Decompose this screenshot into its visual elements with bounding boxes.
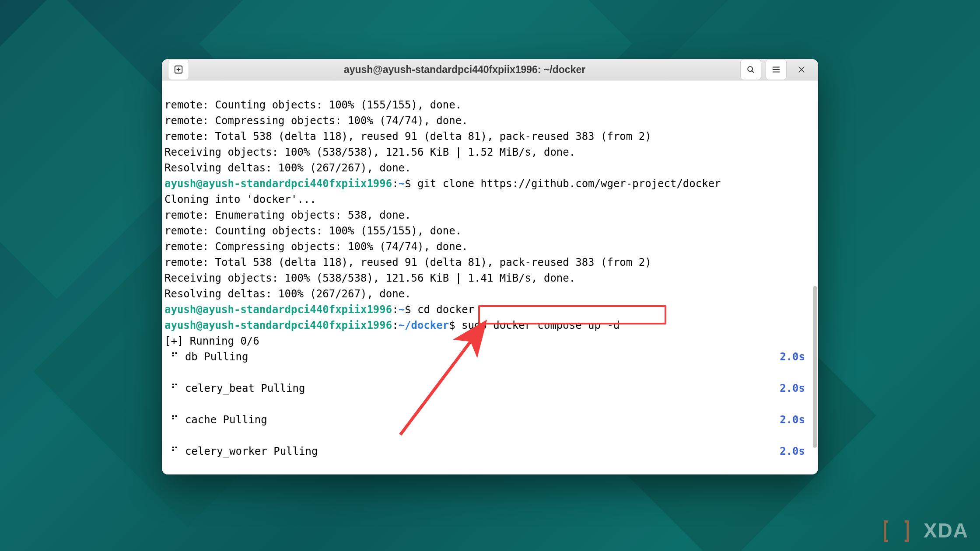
pull-time: 2.0s bbox=[780, 412, 809, 428]
output-line: remote: Compressing objects: 100% (74/74… bbox=[164, 241, 468, 253]
output-line: remote: Counting objects: 100% (155/155)… bbox=[164, 225, 462, 237]
pull-time: 2.0s bbox=[780, 380, 809, 396]
prompt-colon: : bbox=[392, 319, 398, 331]
pull-time: 2.0s bbox=[780, 349, 809, 365]
pull-label: ⠋ db Pulling bbox=[164, 349, 248, 365]
pull-row: ⠋ celery_beat Pulling2.0s bbox=[164, 380, 809, 396]
new-tab-button[interactable] bbox=[168, 59, 189, 80]
output-line: remote: Compressing objects: 100% (74/74… bbox=[164, 115, 468, 127]
watermark-text: XDA bbox=[924, 519, 969, 542]
output-line: [+] Running 0/6 bbox=[164, 335, 259, 347]
prompt-user: ayush@ayush-standardpci440fxpiix1996 bbox=[164, 303, 392, 316]
pull-row: ⠋ celery_worker Pulling2.0s bbox=[164, 443, 809, 459]
search-icon bbox=[746, 65, 756, 74]
scrollbar-thumb[interactable] bbox=[813, 286, 817, 448]
pull-time: 2.0s bbox=[780, 443, 809, 459]
prompt-dollar: $ bbox=[405, 178, 411, 190]
output-line: Receiving objects: 100% (538/538), 121.5… bbox=[164, 272, 575, 284]
typed-command: sudo docker compose up -d bbox=[455, 319, 620, 331]
watermark-bracket-icon: [ ] bbox=[880, 522, 913, 539]
prompt-user: ayush@ayush-standardpci440fxpiix1996 bbox=[164, 178, 392, 190]
terminal-window: ayush@ayush-standardpci440fxpiix1996: ~/… bbox=[162, 59, 818, 474]
prompt-path: ~/docker bbox=[399, 319, 449, 331]
output-line: remote: Counting objects: 100% (155/155)… bbox=[164, 99, 462, 111]
plus-box-icon bbox=[174, 65, 183, 74]
close-button[interactable] bbox=[791, 59, 812, 80]
pull-label: ⠋ celery_worker Pulling bbox=[164, 443, 318, 459]
titlebar: ayush@ayush-standardpci440fxpiix1996: ~/… bbox=[162, 59, 818, 80]
prompt-dollar: $ bbox=[405, 303, 411, 316]
pull-row: ⠋ db Pulling2.0s bbox=[164, 349, 809, 365]
prompt-dollar: $ bbox=[449, 319, 455, 331]
typed-command: cd docker bbox=[411, 303, 475, 316]
watermark: [ ] XDA bbox=[873, 519, 969, 542]
terminal-output[interactable]: remote: Counting objects: 100% (155/155)… bbox=[162, 80, 812, 474]
pull-label: ⠋ celery_beat Pulling bbox=[164, 380, 305, 396]
typed-command: git clone https://github.com/wger-projec… bbox=[411, 178, 721, 190]
pull-row: ⠋ cache Pulling2.0s bbox=[164, 412, 809, 428]
output-line: Receiving objects: 100% (538/538), 121.5… bbox=[164, 146, 575, 158]
scrollbar[interactable] bbox=[812, 80, 818, 474]
close-icon bbox=[797, 65, 806, 74]
terminal-body-wrap: remote: Counting objects: 100% (155/155)… bbox=[162, 80, 818, 474]
output-line: Resolving deltas: 100% (267/267), done. bbox=[164, 288, 411, 300]
prompt-colon: : bbox=[392, 303, 398, 316]
prompt-user: ayush@ayush-standardpci440fxpiix1996 bbox=[164, 319, 392, 331]
output-line: Resolving deltas: 100% (267/267), done. bbox=[164, 162, 411, 174]
output-line: remote: Total 538 (delta 118), reused 91… bbox=[164, 256, 651, 269]
prompt-colon: : bbox=[392, 178, 398, 190]
pull-label: ⠋ cache Pulling bbox=[164, 412, 267, 428]
prompt-path: ~ bbox=[399, 178, 405, 190]
prompt-path: ~ bbox=[399, 303, 405, 316]
output-line: Cloning into 'docker'... bbox=[164, 193, 316, 206]
output-line: remote: Total 538 (delta 118), reused 91… bbox=[164, 130, 651, 143]
menu-button[interactable] bbox=[766, 59, 787, 80]
output-line: remote: Enumerating objects: 538, done. bbox=[164, 209, 411, 221]
search-button[interactable] bbox=[740, 59, 761, 80]
window-title: ayush@ayush-standardpci440fxpiix1996: ~/… bbox=[193, 64, 736, 76]
hamburger-icon bbox=[771, 65, 781, 74]
